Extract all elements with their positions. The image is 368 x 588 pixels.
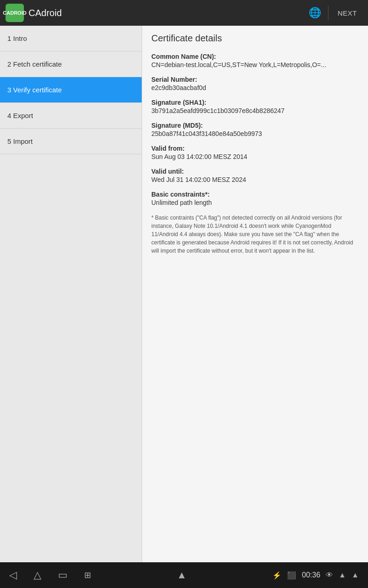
recents-icon[interactable]: ▭ <box>58 569 68 581</box>
field-value-basic-constraints: Unlimited path length <box>151 199 359 206</box>
app-logo: CADROID <box>6 4 24 22</box>
field-label-serial-number: Serial Number: <box>151 76 359 83</box>
field-label-basic-constraints: Basic constraints*: <box>151 191 359 198</box>
eye-icon: 👁 <box>326 571 333 579</box>
main-content: 1 Intro 2 Fetch certificate 3 Verify cer… <box>0 26 368 562</box>
bottom-nav-left: ◁ △ ▭ ⊞ <box>9 569 91 581</box>
app-title: CAdroid <box>29 8 306 18</box>
back-icon[interactable]: ◁ <box>9 569 17 581</box>
field-basic-constraints: Basic constraints*: Unlimited path lengt… <box>151 191 359 206</box>
field-signature-md5: Signature (MD5): 25b0a87f41c043f31480e84… <box>151 122 359 137</box>
field-label-valid-from: Valid from: <box>151 145 359 152</box>
panel-title: Certificate details <box>151 33 359 44</box>
field-value-valid-from: Sun Aug 03 14:02:00 MESZ 2014 <box>151 153 359 160</box>
sidebar-item-intro[interactable]: 1 Intro <box>0 26 142 51</box>
field-label-signature-md5: Signature (MD5): <box>151 122 359 129</box>
field-serial-number: Serial Number: e2c9db30aacbaf0d <box>151 76 359 91</box>
menu-icon[interactable]: ▲ <box>177 569 187 581</box>
globe-icon[interactable]: 🌐 <box>306 4 324 22</box>
divider <box>328 6 328 20</box>
time-display: 00:36 <box>302 571 320 579</box>
signal-icon: ▲ <box>351 571 359 579</box>
field-label-signature-sha1: Signature (SHA1): <box>151 99 359 106</box>
home-icon[interactable]: △ <box>34 569 41 581</box>
footnote: * Basic contraints ("CA flag") not detec… <box>151 214 359 255</box>
field-label-common-name: Common Name (CN): <box>151 53 359 60</box>
field-value-serial-number: e2c9db30aacbaf0d <box>151 84 359 91</box>
qr-icon[interactable]: ⊞ <box>84 570 91 580</box>
sidebar-item-fetch[interactable]: 2 Fetch certificate <box>0 51 142 77</box>
field-label-valid-until: Valid until: <box>151 168 359 175</box>
sidebar-item-import[interactable]: 5 Import <box>0 129 142 154</box>
field-valid-until: Valid until: Wed Jul 31 14:02:00 MESZ 20… <box>151 168 359 183</box>
wifi-icon: ▲ <box>339 571 346 579</box>
bottom-bar: ◁ △ ▭ ⊞ ▲ ⚡ ⬛ 00:36 👁 ▲ ▲ <box>0 562 368 588</box>
field-value-common-name: CN=debian-test.local,C=US,ST=New York,L=… <box>151 61 359 68</box>
field-value-signature-md5: 25b0a87f41c043f31480e84a50eb9973 <box>151 130 359 137</box>
bottom-nav-right: ⚡ ⬛ 00:36 👁 ▲ ▲ <box>272 571 359 580</box>
sidebar: 1 Intro 2 Fetch certificate 3 Verify cer… <box>0 26 142 562</box>
screenshot-icon: ⬛ <box>287 571 296 580</box>
field-value-signature-sha1: 3b791a2a5eafd999c1c1b03097e8c4b8286247 <box>151 107 359 114</box>
usb-icon: ⚡ <box>272 571 282 580</box>
field-common-name: Common Name (CN): CN=debian-test.local,C… <box>151 53 359 68</box>
field-value-valid-until: Wed Jul 31 14:02:00 MESZ 2024 <box>151 176 359 183</box>
right-panel: Certificate details Common Name (CN): CN… <box>142 26 368 562</box>
sidebar-item-verify[interactable]: 3 Verify certificate <box>0 77 142 103</box>
sidebar-item-export[interactable]: 4 Export <box>0 103 142 129</box>
top-bar: CADROID CAdroid 🌐 NEXT <box>0 0 368 26</box>
field-valid-from: Valid from: Sun Aug 03 14:02:00 MESZ 201… <box>151 145 359 160</box>
top-bar-actions: 🌐 NEXT <box>306 4 362 22</box>
field-signature-sha1: Signature (SHA1): 3b791a2a5eafd999c1c1b0… <box>151 99 359 114</box>
next-button[interactable]: NEXT <box>332 6 362 21</box>
